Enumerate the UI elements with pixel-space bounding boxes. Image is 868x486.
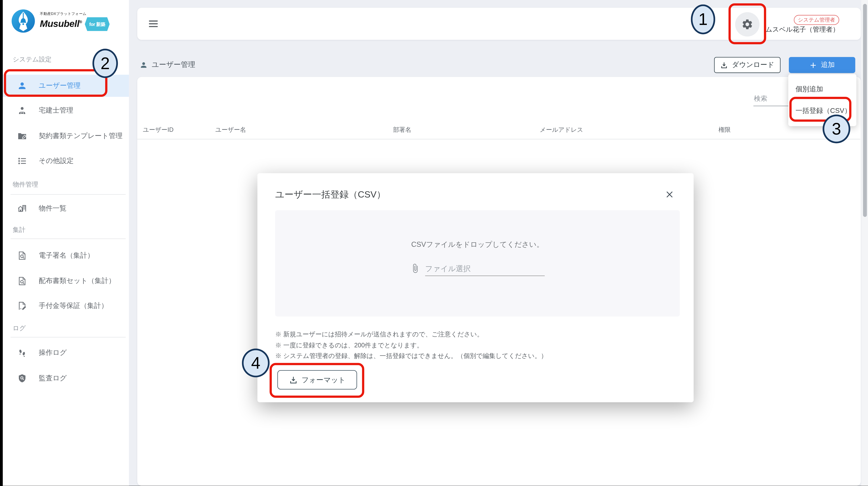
sidebar-item-label: その他設定: [39, 156, 74, 166]
sidebar-item-label: 手付金等保証（集計）: [39, 301, 108, 311]
sidebar-item-label: 監査ログ: [39, 374, 67, 383]
sidebar-divider: [10, 337, 126, 337]
sidebar-item-label: 操作ログ: [39, 348, 67, 358]
sidebar-item-label: ユーザー管理: [39, 81, 81, 91]
csv-dropzone[interactable]: CSVファイルをドロップしてください。 ファイル選択: [275, 210, 680, 317]
table-header-divider: [137, 139, 860, 139]
hamburger-menu-icon[interactable]: [149, 21, 158, 27]
window-left-edge: [0, 0, 3, 486]
folder-edit-icon: [17, 131, 27, 141]
brand-logo[interactable]: 不動産DXプラットフォーム Musubell®for 新築: [11, 9, 125, 35]
format-button-label: フォーマット: [302, 375, 346, 385]
file-select-field[interactable]: ファイル選択: [410, 261, 545, 279]
breadcrumb: ユーザー管理: [140, 60, 195, 70]
scrollbar-thumb[interactable]: [863, 4, 867, 217]
sidebar: 不動産DXプラットフォーム Musubell®for 新築 システム設定 ユーザ…: [3, 0, 129, 486]
page-title: ユーザー管理: [152, 60, 195, 70]
column-header-user-id: ユーザーID: [143, 125, 174, 133]
sidebar-item-other-settings[interactable]: その他設定: [3, 150, 129, 172]
sidebar-item-contract-template-management[interactable]: 契約書類テンプレート管理: [3, 125, 129, 147]
sidebar-item-property-list[interactable]: 物件一覧: [3, 198, 129, 220]
add-dropdown-menu: 個別追加 一括登録（CSV）: [788, 74, 857, 126]
search-input-label: 検索: [754, 94, 767, 103]
musubell-pen-logo-icon: [11, 9, 35, 33]
csv-bulk-register-modal: ユーザー一括登録（CSV） CSVファイルをドロップしてください。 ファイル選択…: [257, 173, 693, 402]
menu-item-individual-add[interactable]: 個別追加: [788, 78, 857, 100]
modal-notes: ※ 新規ユーザーには招待メールが送信されますので、ご注意ください。 ※ 一度に登…: [275, 329, 547, 361]
download-button[interactable]: ダウンロード: [714, 57, 781, 73]
sidebar-item-audit-log[interactable]: 監査ログ: [3, 367, 129, 390]
sidebar-item-label: 物件一覧: [39, 204, 66, 213]
sidebar-item-deposit-guarantee-aggregate[interactable]: 手付金等保証（集計）: [3, 295, 129, 317]
brand-badge: for 新築: [85, 17, 110, 31]
column-header-email: メールアドレス: [540, 125, 583, 133]
paperclip-icon: [410, 263, 420, 273]
modal-title: ユーザー一括登録（CSV）: [275, 189, 386, 201]
sidebar-divider: [10, 238, 126, 239]
gear-icon: [741, 18, 753, 30]
sidebar-item-label: 宅建士管理: [39, 106, 73, 116]
building-icon: [17, 204, 27, 214]
list-icon: [17, 156, 27, 166]
download-icon: [720, 61, 728, 69]
person-icon: [17, 81, 27, 91]
user-name: ムスベル花子（管理者）: [762, 25, 839, 34]
user-role-badge: システム管理者: [794, 15, 839, 25]
add-button[interactable]: 追加: [789, 57, 855, 73]
add-button-label: 追加: [821, 60, 835, 70]
format-download-button[interactable]: フォーマット: [277, 370, 357, 390]
column-header-department: 部署名: [393, 125, 411, 133]
footprints-icon: [17, 348, 27, 358]
sidebar-item-label: 配布書類セット（集計）: [39, 276, 115, 286]
brand-platform-label: 不動産DXプラットフォーム: [40, 11, 110, 17]
doc-search-icon: [17, 251, 27, 261]
person-icon: [140, 61, 148, 69]
sidebar-item-distribution-docs-aggregate[interactable]: 配布書類セット（集計）: [3, 270, 129, 292]
note-line: ※ 新規ユーザーには招待メールが送信されますので、ご注意ください。: [275, 329, 547, 340]
note-line: ※ システム管理者の登録、解除は、一括登録ではできません。（個別で編集してくださ…: [275, 351, 547, 361]
sidebar-item-label: 電子署名（集計）: [39, 251, 94, 260]
sidebar-section-system-settings: システム設定: [13, 55, 113, 64]
sidebar-item-label: 契約書類テンプレート管理: [39, 131, 123, 141]
menu-item-bulk-csv[interactable]: 一括登録（CSV）: [788, 100, 857, 122]
app-window: 不動産DXプラットフォーム Musubell®for 新築 システム設定 ユーザ…: [0, 0, 868, 486]
registered-mark: ®: [80, 20, 82, 24]
brand-product-name: Musubell®for 新築: [40, 17, 110, 31]
file-select-label: ファイル選択: [425, 264, 471, 274]
sidebar-item-user-management[interactable]: ユーザー管理: [3, 75, 129, 97]
close-icon[interactable]: [665, 190, 674, 199]
sidebar-section-property-management: 物件管理: [13, 181, 113, 189]
download-icon: [289, 376, 298, 384]
note-line: ※ 一度に登録できるのは、200件までとなります。: [275, 340, 547, 351]
plus-icon: [809, 61, 817, 69]
dropzone-hint: CSVファイルをドロップしてください。: [275, 239, 680, 250]
doc-sign-icon: [17, 301, 27, 311]
shield-search-icon: [17, 374, 27, 384]
doc-search-icon: [17, 276, 27, 286]
column-header-user-name: ユーザー名: [215, 125, 246, 133]
download-button-label: ダウンロード: [732, 60, 774, 70]
sidebar-section-aggregation: 集計: [13, 226, 113, 234]
sidebar-item-esign-aggregate[interactable]: 電子署名（集計）: [3, 245, 129, 267]
sidebar-item-operation-log[interactable]: 操作ログ: [3, 342, 129, 364]
agent-icon: [17, 106, 27, 116]
sidebar-item-agent-management[interactable]: 宅建士管理: [3, 100, 129, 122]
sidebar-divider: [10, 194, 126, 195]
brand-text: 不動産DXプラットフォーム Musubell®for 新築: [40, 11, 110, 31]
settings-gear-button[interactable]: [735, 12, 760, 36]
sidebar-section-logs: ログ: [13, 324, 113, 332]
column-header-role: 権限: [718, 125, 731, 133]
top-header: システム管理者 ムスベル花子（管理者）: [137, 8, 861, 40]
file-select-underline: [425, 276, 545, 276]
